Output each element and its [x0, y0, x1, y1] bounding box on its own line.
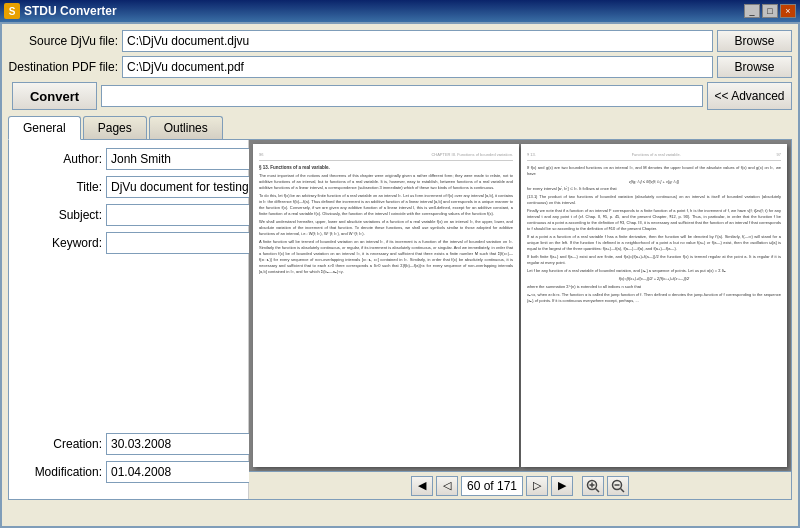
svg-line-5 — [621, 488, 625, 492]
modification-row: Modification: ▼ — [17, 461, 240, 483]
modification-input[interactable] — [107, 462, 265, 482]
dest-label: Destination PDF file: — [8, 60, 118, 74]
next-page-button[interactable]: ▷ — [526, 476, 548, 496]
progress-bar — [101, 85, 703, 107]
tab-content: Author: Title: Subject: Keyword: Creatio… — [8, 140, 792, 500]
maximize-button[interactable]: □ — [762, 4, 778, 18]
title-bar-left: S STDU Converter — [4, 3, 117, 19]
zoom-out-icon — [611, 479, 625, 493]
tab-pages[interactable]: Pages — [83, 116, 147, 139]
nav-bar: ◀ ◁ ▷ ▶ — [249, 471, 791, 499]
svg-line-1 — [596, 488, 600, 492]
title-label: Title: — [17, 180, 102, 194]
title-input[interactable] — [106, 176, 266, 198]
minimize-button[interactable]: _ — [744, 4, 760, 18]
modification-label: Modification: — [17, 465, 102, 479]
main-window: Source DjVu file: Browse Destination PDF… — [0, 22, 800, 528]
convert-button[interactable]: Convert — [12, 82, 97, 110]
author-input[interactable] — [106, 148, 266, 170]
title-row: Title: — [17, 176, 240, 198]
title-bar: S STDU Converter _ □ × — [0, 0, 800, 22]
app-title: STDU Converter — [24, 4, 117, 18]
dest-input[interactable] — [122, 56, 713, 78]
tab-strip: General Pages Outlines — [8, 116, 792, 140]
advanced-button[interactable]: << Advanced — [707, 82, 792, 110]
zoom-out-button[interactable] — [607, 476, 629, 496]
page-number-input[interactable] — [462, 477, 522, 495]
zoom-in-button[interactable] — [582, 476, 604, 496]
dest-row: Destination PDF file: Browse — [8, 56, 792, 78]
keyword-input[interactable] — [106, 232, 266, 254]
source-label: Source DjVu file: — [8, 34, 118, 48]
subject-row: Subject: — [17, 204, 240, 226]
author-label: Author: — [17, 152, 102, 166]
doc-page-right: § 13. Functions of a real variable. 97 I… — [521, 144, 787, 467]
right-page-header: § 13. Functions of a real variable. 97 — [527, 152, 781, 161]
action-row: Convert << Advanced — [8, 82, 792, 110]
page-number-container — [461, 476, 523, 496]
source-input[interactable] — [122, 30, 713, 52]
author-row: Author: — [17, 148, 240, 170]
preview-content: 96 CHAPTER III. Functions of bounded var… — [249, 140, 791, 471]
last-page-button[interactable]: ▶ — [551, 476, 573, 496]
page-preview: 96 CHAPTER III. Functions of bounded var… — [249, 140, 791, 471]
creation-row: Creation: ▼ — [17, 433, 240, 455]
tab-outlines[interactable]: Outlines — [149, 116, 223, 139]
keyword-row: Keyword: — [17, 232, 240, 254]
preview-panel: 96 CHAPTER III. Functions of bounded var… — [249, 140, 791, 499]
title-bar-controls: _ □ × — [744, 4, 796, 18]
close-button[interactable]: × — [780, 4, 796, 18]
source-row: Source DjVu file: Browse — [8, 30, 792, 52]
subject-input[interactable] — [106, 204, 266, 226]
app-icon: S — [4, 3, 20, 19]
fields-panel: Author: Title: Subject: Keyword: Creatio… — [9, 140, 249, 499]
prev-page-button[interactable]: ◁ — [436, 476, 458, 496]
left-page-header: 96 CHAPTER III. Functions of bounded var… — [259, 152, 513, 161]
source-browse-button[interactable]: Browse — [717, 30, 792, 52]
doc-page-left: 96 CHAPTER III. Functions of bounded var… — [253, 144, 519, 467]
left-section-title: § 13. Functions of a real variable. — [259, 165, 513, 171]
keyword-label: Keyword: — [17, 236, 102, 250]
subject-label: Subject: — [17, 208, 102, 222]
creation-input[interactable] — [107, 434, 265, 454]
zoom-in-icon — [586, 479, 600, 493]
tab-general[interactable]: General — [8, 116, 81, 140]
creation-label: Creation: — [17, 437, 102, 451]
first-page-button[interactable]: ◀ — [411, 476, 433, 496]
dest-browse-button[interactable]: Browse — [717, 56, 792, 78]
